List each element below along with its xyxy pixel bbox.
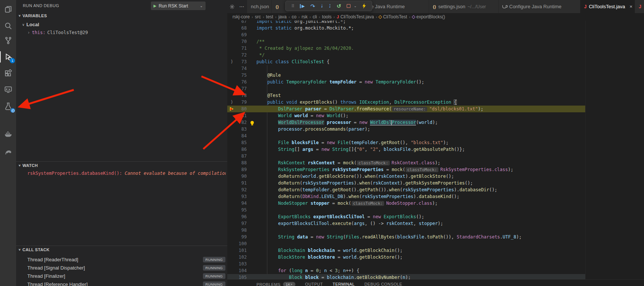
gutter-glyph[interactable] [227,52,236,58]
code-line-89[interactable]: 89 RskSystemProperties rskSystemProperti… [227,166,585,173]
activity-extensions-icon[interactable] [0,67,16,80]
line-number[interactable]: 70 [236,38,247,45]
line-number[interactable]: 72 [236,52,247,58]
line-number[interactable]: 78 [236,92,247,99]
gutter-glyph[interactable]: ) [227,99,236,106]
code-line-82[interactable]: 82 WorldDslProcessor processor = new Wor… [227,119,585,126]
gutter-glyph[interactable] [227,92,236,99]
gutter-glyph[interactable] [227,79,236,85]
line-number[interactable]: 75 [236,72,247,79]
gutter-glyph[interactable] [227,21,236,25]
code-line-92[interactable]: 92 doReturn(tempFolder.getRoot().getPath… [227,186,585,193]
breadcrumb-item[interactable]: tools [322,14,331,19]
code-line-99[interactable]: 99 String data = new String(Files.readAl… [227,234,585,240]
code-line-98[interactable]: 98 [227,227,585,234]
gutter-glyph[interactable] [227,153,236,159]
code-line-80[interactable]: 80 DslParser parser = DslParser.fromReso… [227,106,585,112]
line-number[interactable]: 98 [236,227,247,234]
line-number[interactable]: 76 [236,79,247,85]
activity-run-and-debug-icon[interactable]: 1 [0,51,16,63]
call-stack-thread[interactable]: Thread [Signal Dispatcher]RUNNING [16,264,227,272]
activity-docker-icon[interactable] [0,128,16,140]
code-line-91[interactable]: 91 doReturn(rskSystemProperties).when(rs… [227,180,585,186]
line-number[interactable]: 77 [236,85,247,92]
breadcrumb-item[interactable]: rskj-core [233,14,250,19]
activity-remote-explorer-icon[interactable] [0,83,16,96]
gutter-glyph[interactable]: ) [227,58,236,65]
line-number[interactable]: 71 [236,45,247,52]
breadcrumb-item[interactable]: rsk [301,14,307,19]
panel-tab-output[interactable]: OUTPUT [305,282,323,286]
code-line-78[interactable]: 78 @Test [227,92,585,99]
line-number[interactable]: 100 [236,240,247,247]
line-number[interactable]: 79 [236,99,247,106]
code-line-87[interactable]: 87 [227,153,585,159]
line-number[interactable]: 96 [236,213,247,220]
gutter-glyph[interactable] [227,254,236,261]
activity-search-icon[interactable] [0,19,16,32]
gutter-glyph[interactable] [227,146,236,153]
line-number[interactable]: 74 [236,65,247,72]
call-stack-thread[interactable]: Thread [Finalizer]RUNNING [16,272,227,280]
activity-files-icon[interactable] [0,3,16,16]
line-number[interactable]: 103 [236,261,247,267]
gutter-glyph[interactable] [227,25,236,31]
line-number[interactable]: 81 [236,112,247,119]
code-line-81[interactable]: 81 World world = new World(); [227,112,585,119]
code-line-68[interactable]: 68import static org.mockito.Mockito.*; [227,25,585,31]
gutter-glyph[interactable] [227,234,236,240]
code-line-72[interactable]: 72 */ [227,52,585,58]
step-into-button[interactable]: ↓• [321,4,323,8]
gutter-glyph[interactable] [227,106,236,112]
variables-scope-local[interactable]: ∨ Local [22,22,39,27]
gutter-glyph[interactable] [227,240,236,247]
line-number[interactable]: 104 [236,267,247,274]
line-number[interactable]: 67 [236,21,247,25]
gutter-glyph[interactable] [227,72,236,79]
code-line-69[interactable]: 69 [227,31,585,38]
code-line-104[interactable]: 104 for (long n = 0; n < 3; n++) { [227,267,585,274]
more-actions-icon[interactable]: ⋯ [239,4,244,9]
line-number[interactable]: 102 [236,254,247,261]
tab-partial[interactable]: J [635,0,644,13]
breadcrumb-item[interactable]: CliToolsTest [379,14,407,19]
line-number[interactable]: 89 [236,166,247,173]
breadcrumb-item[interactable]: JCliToolsTest.java [337,14,374,19]
gutter-glyph[interactable] [227,38,236,45]
code-line-100[interactable]: 100 [227,240,585,247]
line-number[interactable]: 105 [236,274,247,279]
gutter-glyph[interactable] [227,119,236,126]
code-line-85[interactable]: 85 File blocksFile = new File(tempFolder… [227,139,585,146]
line-number[interactable]: 101 [236,247,247,254]
run-config-button[interactable]: ▶ Run RSK Start ⌄ [151,1,206,10]
code-line-94[interactable]: 94 NodeStopper stopper = mock(classToMoc… [227,200,585,207]
gutter-glyph[interactable] [227,274,236,279]
gutter-glyph[interactable] [227,85,236,92]
breadcrumb-item[interactable]: co [292,14,297,19]
code-line-93[interactable]: 93 doReturn(DbKind.LEVEL_DB).when(rskSys… [227,193,585,200]
gear-icon[interactable] [230,4,235,9]
breadcrumb-item[interactable]: exportBlocks() [412,14,445,19]
code-line-102[interactable]: 102 BlockStore blockStore = world.getBlo… [227,254,585,261]
code-line-86[interactable]: 86 String[] args = new String[]{"0", "2"… [227,146,585,153]
line-number[interactable]: 86 [236,146,247,153]
panel-tab-problems[interactable]: PROBLEMS1K+ [256,282,295,286]
gutter-glyph[interactable] [227,133,236,139]
line-number[interactable]: 73 [236,58,247,65]
code-line-105[interactable]: 105 Block block = blockchain.getBlockByN… [227,274,585,279]
code-line-97[interactable]: 97 exportBlocksCliTool.execute(args, () … [227,220,585,227]
tab-Configure Java Runtime[interactable]: Configure Java Runtime [499,0,580,13]
gutter-glyph[interactable] [227,207,236,213]
line-number[interactable]: 68 [236,25,247,31]
line-number[interactable]: 85 [236,139,247,146]
code-line-73[interactable]: )73public class CliToolsTest { [227,58,585,65]
line-number[interactable]: 87 [236,153,247,159]
gutter-glyph[interactable] [227,173,236,180]
line-number[interactable]: 97 [236,220,247,227]
gutter-glyph[interactable] [227,213,236,220]
gutter-glyph[interactable] [227,247,236,254]
code-line-77[interactable]: 77 [227,85,585,92]
fold-icon[interactable]: ) [230,99,233,106]
code-line-88[interactable]: 88 RskContext rskContext = mock(classToM… [227,159,585,166]
gutter-glyph[interactable] [227,227,236,234]
